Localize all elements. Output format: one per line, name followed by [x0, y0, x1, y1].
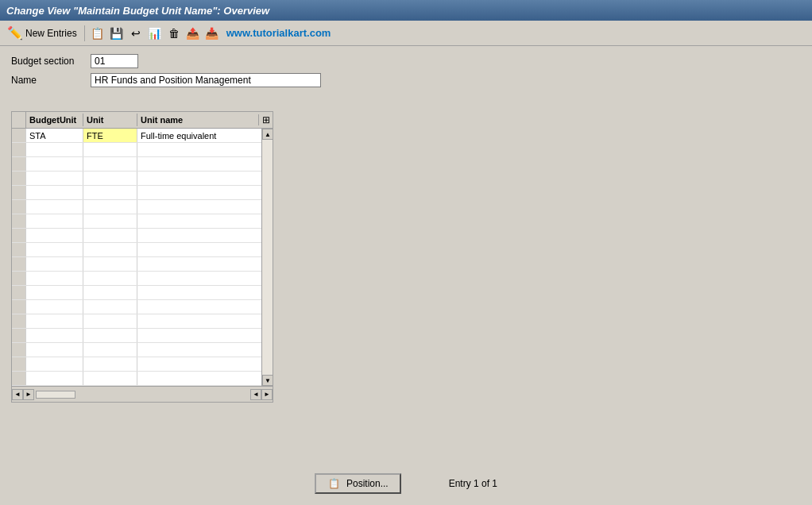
- table-row[interactable]: [12, 357, 273, 372]
- table-body: STA FTE Full-time equivalent ▲ ▼: [12, 129, 273, 386]
- content-area: Budget section 01 Name HR Funds and Posi…: [0, 46, 812, 100]
- table-row[interactable]: [12, 200, 273, 214]
- name-row: Name HR Funds and Position Management: [11, 73, 801, 87]
- row-select-12[interactable]: [12, 286, 26, 299]
- row-select-2[interactable]: [12, 143, 26, 156]
- new-entries-button[interactable]: ✏️ New Entries: [5, 25, 79, 41]
- table-row[interactable]: [12, 229, 273, 243]
- row-select-13[interactable]: [12, 300, 26, 314]
- row-select-18[interactable]: [12, 372, 26, 385]
- budget-section-value: 01: [91, 54, 138, 68]
- table-container: BudgetUnit Unit Unit name ⊞ STA FTE Full…: [11, 111, 273, 403]
- table-row[interactable]: [12, 329, 273, 343]
- row-select-10[interactable]: [12, 257, 26, 271]
- table-row[interactable]: [12, 186, 273, 200]
- header-budget-unit: BudgetUnit: [26, 114, 83, 126]
- name-label: Name: [11, 75, 91, 86]
- scroll-up-button[interactable]: ▲: [262, 129, 273, 140]
- name-value: HR Funds and Position Management: [91, 73, 321, 87]
- cell-unit-1: FTE: [83, 129, 137, 142]
- position-button-label: Position...: [346, 478, 389, 489]
- h-scroll-right-btn3[interactable]: ►: [261, 389, 273, 400]
- table-row[interactable]: [12, 143, 273, 157]
- row-select-5[interactable]: [12, 186, 26, 199]
- header-settings-icon[interactable]: ⊞: [258, 114, 273, 125]
- row-select-1[interactable]: [12, 129, 26, 142]
- row-select-16[interactable]: [12, 343, 26, 357]
- table-row[interactable]: [12, 272, 273, 286]
- entry-info: Entry 1 of 1: [449, 478, 497, 489]
- delete-icon[interactable]: 🗑: [166, 25, 182, 41]
- row-select-8[interactable]: [12, 229, 26, 242]
- cell-unit-name-1: Full-time equivalent: [137, 129, 273, 142]
- row-select-6[interactable]: [12, 200, 26, 214]
- row-select-4[interactable]: [12, 172, 26, 185]
- h-scroll-right-btn[interactable]: ►: [23, 389, 34, 400]
- table-header-row: BudgetUnit Unit Unit name ⊞: [12, 112, 273, 129]
- scroll-track: [262, 140, 273, 375]
- table-row[interactable]: [12, 286, 273, 300]
- scroll-down-button[interactable]: ▼: [262, 375, 273, 386]
- title-bar: Change View "Maintain Budget Unit Name":…: [0, 0, 812, 21]
- row-select-7[interactable]: [12, 214, 26, 228]
- table-row[interactable]: [12, 214, 273, 229]
- budget-section-row: Budget section 01: [11, 54, 801, 68]
- undo-icon[interactable]: ↩: [128, 25, 144, 41]
- toolbar: ✏️ New Entries 📋 💾 ↩ 📊 🗑 📤 📥 www.tutoria…: [0, 21, 812, 46]
- table-row[interactable]: [12, 314, 273, 329]
- table-row[interactable]: [12, 372, 273, 386]
- new-entries-icon: ✏️: [7, 25, 23, 40]
- table-row[interactable]: [12, 343, 273, 357]
- vertical-scrollbar[interactable]: ▲ ▼: [261, 129, 273, 386]
- table-icon[interactable]: 📊: [147, 25, 163, 41]
- h-scroll-left-btn[interactable]: ◄: [12, 389, 23, 400]
- title-text: Change View "Maintain Budget Unit Name":…: [6, 5, 269, 17]
- logo-text: www.tutorialkart.com: [226, 27, 331, 39]
- header-select: [12, 112, 26, 128]
- import-icon[interactable]: 📥: [204, 25, 220, 41]
- header-unit: Unit: [83, 114, 137, 126]
- table-footer: ◄ ► ◄ ►: [12, 386, 273, 402]
- row-select-14[interactable]: [12, 314, 26, 328]
- table-row[interactable]: [12, 257, 273, 272]
- copy-icon[interactable]: 📋: [90, 25, 106, 41]
- h-scroll-track[interactable]: [36, 391, 75, 399]
- row-select-3[interactable]: [12, 157, 26, 171]
- position-icon: 📋: [327, 477, 342, 490]
- table-row[interactable]: [12, 172, 273, 186]
- table-row[interactable]: [12, 300, 273, 314]
- export-icon[interactable]: 📤: [185, 25, 201, 41]
- toolbar-separator-1: [84, 25, 85, 41]
- table-row[interactable]: [12, 157, 273, 172]
- position-button[interactable]: 📋 Position...: [315, 473, 401, 494]
- row-select-15[interactable]: [12, 329, 26, 342]
- new-entries-label: New Entries: [25, 28, 77, 39]
- h-scroll-right-btn2[interactable]: ◄: [250, 389, 261, 400]
- bottom-bar: 📋 Position... Entry 1 of 1: [0, 470, 812, 497]
- budget-section-label: Budget section: [11, 56, 91, 67]
- header-unit-name: Unit name: [137, 114, 258, 126]
- row-select-9[interactable]: [12, 243, 26, 256]
- cell-budget-unit-1: STA: [26, 129, 83, 142]
- row-select-17[interactable]: [12, 357, 26, 371]
- row-select-11[interactable]: [12, 272, 26, 285]
- table-row[interactable]: [12, 243, 273, 257]
- save-icon[interactable]: 💾: [109, 25, 125, 41]
- table-row[interactable]: STA FTE Full-time equivalent: [12, 129, 273, 143]
